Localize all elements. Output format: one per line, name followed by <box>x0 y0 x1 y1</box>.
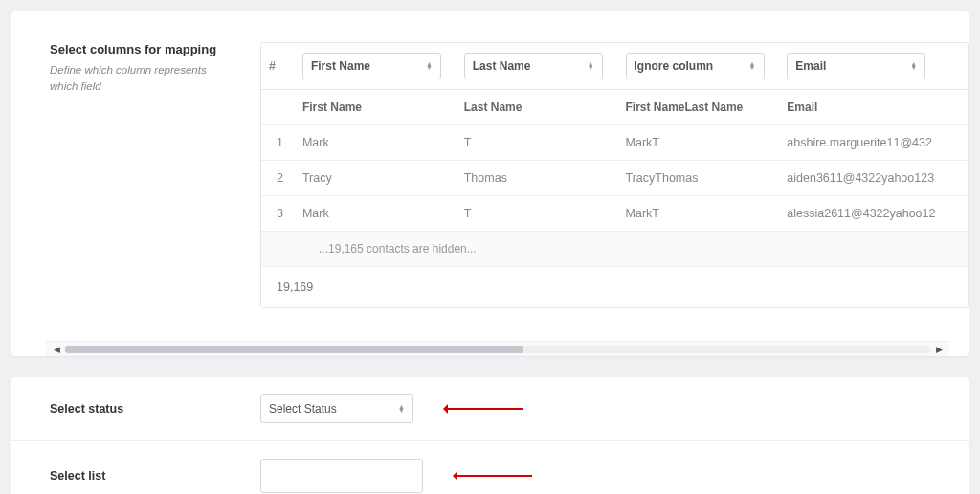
table-row: 2 Tracy Thomas TracyThomas aiden3611@432… <box>261 161 968 196</box>
mapping-subtitle: Define which column represents which fie… <box>50 62 232 96</box>
lower-form-card: Select status Select Status ▲▼ Select li… <box>11 377 969 494</box>
mapping-card: Select columns for mapping Define which … <box>11 11 969 356</box>
scroll-left-icon[interactable]: ◀ <box>52 345 61 354</box>
column-header: First NameLast Name <box>618 90 780 125</box>
list-label: Select list <box>50 469 232 483</box>
total-row: 19,169 <box>261 267 968 308</box>
scroll-thumb[interactable] <box>65 346 523 353</box>
table-header-row: First Name Last Name First NameLast Name… <box>261 90 968 125</box>
scroll-track[interactable] <box>65 346 930 353</box>
column-header: First Name <box>295 90 457 125</box>
column-header: Email <box>779 90 968 125</box>
mapping-title: Select columns for mapping <box>50 42 232 56</box>
column-mapping-select-2[interactable]: Last Name ▲▼ <box>464 53 603 79</box>
status-row: Select status Select Status ▲▼ <box>11 377 969 441</box>
chevron-updown-icon: ▲▼ <box>398 405 405 413</box>
index-header: # <box>261 43 295 90</box>
annotation-arrow-icon <box>446 408 523 410</box>
hidden-contacts-row: ...19,165 contacts are hidden... <box>261 232 968 267</box>
mapping-table: # First Name ▲▼ Last Name ▲▼ <box>260 42 969 308</box>
status-select[interactable]: Select Status ▲▼ <box>260 394 413 423</box>
column-mapping-select-4[interactable]: Email ▲▼ <box>787 53 925 79</box>
column-header: Last Name <box>457 90 618 125</box>
list-row: Select list <box>11 441 969 494</box>
chevron-updown-icon: ▲▼ <box>749 62 756 70</box>
column-mapping-select-3[interactable]: Ignore column ▲▼ <box>626 53 765 79</box>
table-row: 3 Mark T MarkT alessia2611@4322yahoo12 <box>261 196 968 232</box>
chevron-updown-icon: ▲▼ <box>588 62 594 70</box>
scroll-right-icon[interactable]: ▶ <box>934 345 944 354</box>
table-row: 1 Mark T MarkT abshire.marguerite11@432 <box>261 125 968 161</box>
status-label: Select status <box>50 402 232 415</box>
column-select-row: # First Name ▲▼ Last Name ▲▼ <box>261 43 968 90</box>
chevron-updown-icon: ▲▼ <box>426 62 433 70</box>
annotation-arrow-icon <box>456 475 532 477</box>
chevron-updown-icon: ▲▼ <box>910 62 917 70</box>
list-input[interactable] <box>260 459 423 493</box>
column-mapping-select-1[interactable]: First Name ▲▼ <box>302 53 441 79</box>
mapping-description: Select columns for mapping Define which … <box>50 42 232 308</box>
horizontal-scrollbar[interactable]: ◀ ▶ <box>46 341 949 356</box>
